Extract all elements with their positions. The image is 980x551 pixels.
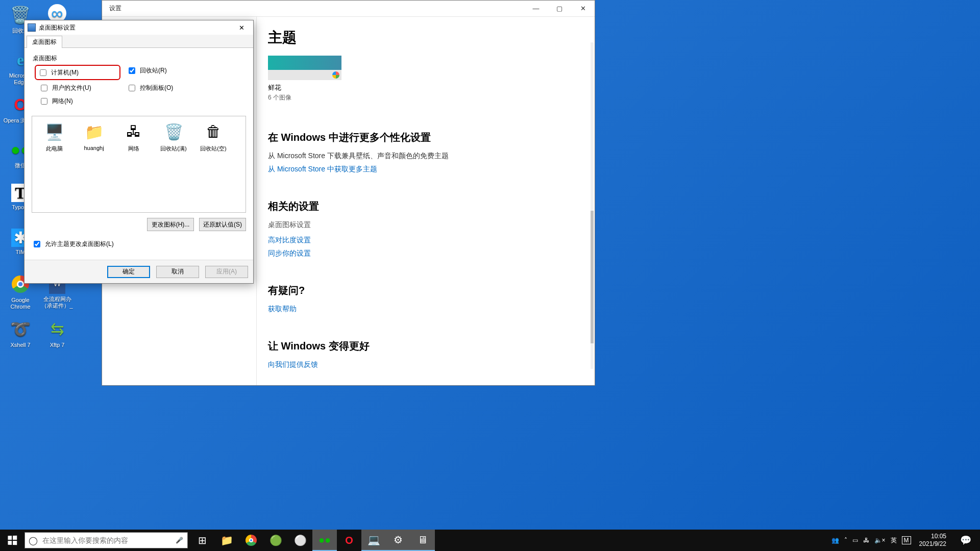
tab-desktop-icons[interactable]: 桌面图标 <box>27 36 62 48</box>
dialog-tabs: 桌面图标 <box>24 35 253 48</box>
desktop-icon-xshell[interactable]: ➰Xshell 7 <box>2 316 39 361</box>
checkbox-user-input[interactable] <box>41 85 47 91</box>
ok-button[interactable]: 确定 <box>107 266 150 278</box>
icon-label: 网络 <box>128 145 139 152</box>
icon-label: 回收站(空) <box>200 145 226 152</box>
feedback-heading: 让 Windows 变得更好 <box>268 339 595 353</box>
checkbox-computer[interactable]: 计算机(M) <box>38 67 117 78</box>
icon-recycle-empty[interactable]: 🗑回收站(空) <box>195 121 231 153</box>
settings-titlebar[interactable]: 设置 — ▢ ✕ <box>102 1 595 17</box>
desktop-icon-settings-link[interactable]: 桌面图标设置 <box>268 220 595 230</box>
theme-preview[interactable] <box>268 56 341 80</box>
search-input[interactable] <box>41 536 171 545</box>
recycle-full-icon: 🗑️ <box>163 121 184 142</box>
desktop-icon-xftp[interactable]: ⇆Xftp 7 <box>39 316 76 361</box>
taskbar-clock[interactable]: 10:05 2021/9/22 <box>916 533 949 548</box>
ime-indicator-2[interactable]: M <box>902 536 911 544</box>
checkbox-control-panel[interactable]: 控制面板(O) <box>127 82 218 93</box>
store-themes-link[interactable]: 从 Microsoft Store 中获取更多主题 <box>268 165 595 174</box>
checkbox-label: 网络(N) <box>52 97 73 106</box>
taskbar-notepad[interactable]: 💻 <box>361 530 386 551</box>
theme-image-count: 6 个图像 <box>268 93 595 102</box>
user-folder-icon: 📁 <box>84 121 104 142</box>
settings-main: 主题 鲜花 6 个图像 在 Windows 中进行更多个性化设置 从 Micro… <box>257 17 595 385</box>
allow-theme-checkbox[interactable]: 允许主题更改桌面图标(L) <box>32 239 246 249</box>
taskbar-app-2[interactable]: ⚪ <box>288 530 312 551</box>
checkbox-computer-input[interactable] <box>40 69 46 76</box>
question-heading: 有疑问? <box>268 284 595 297</box>
checkbox-label: 用户的文件(U) <box>52 84 91 92</box>
scrollbar-thumb[interactable] <box>591 211 594 343</box>
taskbar-wechat[interactable]: ●● <box>312 530 337 551</box>
people-icon[interactable]: 👥 <box>831 537 839 544</box>
tray-chevron-up-icon[interactable]: ˄ <box>844 537 847 544</box>
icon-label: 回收站(满) <box>160 145 186 152</box>
group-label: 桌面图标 <box>33 54 246 63</box>
maximize-button[interactable]: ▢ <box>548 1 571 16</box>
ime-indicator-1[interactable]: 英 <box>891 536 897 545</box>
volume-icon[interactable]: 🔈× <box>874 537 886 544</box>
taskbar-opera[interactable]: O <box>337 530 361 551</box>
dialog-close-button[interactable]: ✕ <box>233 22 250 33</box>
checkbox-control-panel-input[interactable] <box>129 85 135 91</box>
desktop-icon-label: Xshell 7 <box>10 342 30 348</box>
highlight-annotation: 计算机(M) <box>35 65 120 80</box>
network-icon: 🖧 <box>124 121 144 142</box>
get-help-link[interactable]: 获取帮助 <box>268 305 595 314</box>
feedback-link[interactable]: 向我们提供反馈 <box>268 360 595 369</box>
desktop-icon-label: Google Chrome <box>3 297 38 310</box>
apply-button[interactable]: 应用(A) <box>205 266 248 278</box>
related-settings-heading: 相关的设置 <box>268 199 595 213</box>
search-icon: ◯ <box>25 536 41 545</box>
dialog-title: 桌面图标设置 <box>39 23 76 32</box>
scrollbar[interactable] <box>591 42 594 369</box>
dialog-titlebar[interactable]: 桌面图标设置 ✕ <box>24 20 253 35</box>
minimize-button[interactable]: — <box>524 1 548 16</box>
dialog-body: 桌面图标 计算机(M) 回收站(R) 用户的文件(U) 控制面板(O) <box>24 48 253 260</box>
taskbar-display[interactable]: 🖥 <box>410 530 435 551</box>
system-tray: 👥 ˄ ▭ 🖧 🔈× 英 M 10:05 2021/9/22 💬 <box>831 530 980 551</box>
change-icon-button[interactable]: 更改图标(H)... <box>147 218 194 231</box>
theme-thumb <box>268 56 341 70</box>
taskbar-explorer[interactable]: 📁 <box>214 530 239 551</box>
flower-icon <box>332 71 339 79</box>
high-contrast-link[interactable]: 高对比度设置 <box>268 236 595 245</box>
icon-recycle-full[interactable]: 🗑️回收站(满) <box>156 121 191 153</box>
checkbox-label: 控制面板(O) <box>140 84 173 92</box>
icon-action-buttons: 更改图标(H)... 还原默认值(S) <box>32 218 246 231</box>
checkbox-user[interactable]: 用户的文件(U) <box>39 82 127 93</box>
sync-settings-link[interactable]: 同步你的设置 <box>268 249 595 258</box>
windows-logo-icon <box>8 536 17 545</box>
task-view-button[interactable]: ⊞ <box>190 530 214 551</box>
clock-date: 2021/9/22 <box>919 540 946 548</box>
checkbox-recycle-input[interactable] <box>129 67 135 74</box>
close-button[interactable]: ✕ <box>571 1 595 16</box>
icon-network[interactable]: 🖧网络 <box>116 121 152 153</box>
icon-preview-list[interactable]: 🖥️此电脑 📁huanghj 🖧网络 🗑️回收站(满) 🗑回收站(空) <box>32 116 246 213</box>
checkbox-grid: 计算机(M) 回收站(R) 用户的文件(U) 控制面板(O) 网络(N) <box>35 65 246 107</box>
mic-icon[interactable]: 🎤 <box>171 537 187 544</box>
battery-icon[interactable]: ▭ <box>852 537 858 544</box>
checkbox-label: 允许主题更改桌面图标(L) <box>45 240 114 248</box>
taskbar-settings[interactable]: ⚙ <box>386 530 410 551</box>
start-button[interactable] <box>0 530 24 551</box>
more-personalization-desc: 从 Microsoft Store 下载兼具壁纸、声音和颜色的免费主题 <box>268 152 595 161</box>
action-center-button[interactable]: 💬 <box>954 530 977 551</box>
taskbar: ◯ 🎤 ⊞ 📁 🟢 ⚪ ●● O 💻 ⚙ 🖥 👥 ˄ ▭ 🖧 🔈× 英 M 10… <box>0 530 980 551</box>
restore-defaults-button[interactable]: 还原默认值(S) <box>199 218 246 231</box>
checkbox-network[interactable]: 网络(N) <box>39 95 127 107</box>
taskbar-search[interactable]: ◯ 🎤 <box>24 532 188 548</box>
allow-theme-checkbox-input[interactable] <box>34 241 40 247</box>
pc-icon: 🖥️ <box>44 121 64 142</box>
theme-thumb-footer <box>268 70 341 80</box>
network-tray-icon[interactable]: 🖧 <box>863 537 869 544</box>
xftp-icon: ⇆ <box>46 318 68 340</box>
taskbar-chrome[interactable] <box>239 530 263 551</box>
checkbox-network-input[interactable] <box>41 98 47 105</box>
taskbar-app-1[interactable]: 🟢 <box>263 530 288 551</box>
cancel-button[interactable]: 取消 <box>156 266 199 278</box>
clock-time: 10:05 <box>919 533 946 540</box>
icon-this-pc[interactable]: 🖥️此电脑 <box>36 121 72 153</box>
icon-user[interactable]: 📁huanghj <box>76 121 112 151</box>
checkbox-recycle[interactable]: 回收站(R) <box>127 65 218 76</box>
